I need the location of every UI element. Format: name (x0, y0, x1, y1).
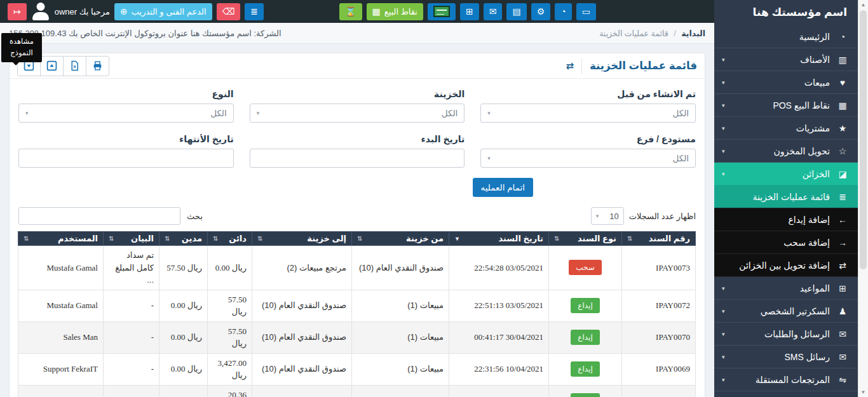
list-button[interactable]: ≣ (245, 3, 264, 20)
search-input[interactable] (18, 207, 180, 225)
column-header[interactable]: المستخدم⇅ (18, 232, 104, 246)
sidebar-item-add-treasury-transfer[interactable]: ⇄إضافة تحويل بين الخزائن (714, 254, 858, 277)
table-row: IPAY0070إيداع00:41:17 30/04/2021مبيعات (… (18, 321, 696, 353)
filter-select-type[interactable]: الكل▾ (18, 104, 234, 123)
cell-id: IPAY0070 (622, 321, 696, 353)
envelope-icon: ✉ (836, 352, 850, 362)
column-header[interactable]: البيان⇅ (104, 232, 159, 246)
sidebar-item-sms-messages[interactable]: ✉رسائل SMS▾ (714, 346, 858, 368)
export-excel-button[interactable]: x (63, 56, 86, 76)
flag-button[interactable] (428, 3, 456, 20)
logout-button[interactable]: ↦ (8, 3, 27, 20)
column-header[interactable]: رقم السند⇅ (622, 232, 696, 246)
filter-select-warehouse-branch[interactable]: الكل▾ (480, 149, 696, 168)
sidebar-item-label: تحويل المخزون (773, 146, 830, 156)
caret-down-icon: ▾ (25, 110, 29, 116)
filter-input-end-date[interactable] (18, 149, 234, 168)
sidebar-item-add-deposit[interactable]: ←إضافة إيداع (714, 208, 858, 231)
gauge-icon: ◔ (560, 7, 566, 16)
sidebar-item-treasuries[interactable]: ◪الخزائن▾ (714, 163, 858, 185)
scroll-down-icon[interactable]: ▼ (858, 387, 868, 397)
sidebar-item-personal-secretary[interactable]: ♟السكرتير الشخصي▾ (714, 300, 858, 323)
cell-credit: 0.00 ريال (208, 246, 252, 290)
sidebar-item-home[interactable]: ◔الرئيسية (714, 25, 858, 48)
cell-to: مرتجع مبيعات (2) (252, 246, 352, 290)
column-header[interactable]: دائن⇅ (208, 232, 252, 246)
chevron-down-icon: ▾ (722, 285, 725, 292)
cell-user: Mustafa Gamal (18, 246, 104, 290)
scrollbar-thumb[interactable] (860, 10, 867, 269)
share-button[interactable]: ⚙ (531, 3, 551, 20)
complete-operation-button[interactable]: اتمام العمليه (473, 178, 534, 197)
column-header[interactable]: نوع السند⇅ (549, 232, 622, 246)
breadcrumb-current: قائمة عمليات الخزينة (599, 29, 668, 38)
show-records-label: اظهار عدد السجلات (629, 212, 696, 221)
sidebar-item-appointments[interactable]: ⊞المواعيد▾ (714, 277, 858, 300)
sidebar-menu: ◔الرئيسية▥الأصناف▾♥مبيعات▾▦نقاط البيع PO… (714, 25, 858, 391)
filter-warehouse-branch: مستودع / فرعالكل▾ (480, 134, 696, 168)
sidebar-item-pos[interactable]: ▦نقاط البيع POS▾ (714, 94, 858, 117)
column-label: من خزينة (406, 234, 444, 243)
column-header[interactable]: إلى خزينة⇅ (252, 232, 352, 246)
sidebar-item-independent-returns[interactable]: ⇋المرتجعات المستقلة▾ (714, 368, 858, 391)
pos-button[interactable]: ▦نقاط البيع (367, 3, 423, 20)
sidebar-item-stock-transfer[interactable]: ☆تحويل المخزون▾ (714, 140, 858, 163)
sort-icon: ⇅ (165, 235, 170, 242)
page-title: قائمة عمليات الخزينة (590, 60, 697, 72)
cell-to: صندوق النقدي العام (10) (252, 353, 352, 385)
dashboard-button[interactable]: ◔ (555, 3, 571, 20)
cell-type: إيداع (549, 290, 622, 321)
column-label: مدين (182, 234, 202, 243)
filter-select-created-by[interactable]: الكل▾ (480, 104, 696, 123)
select-value: الكل (210, 108, 227, 118)
exchange-icon: ⇄ (566, 60, 574, 72)
breadcrumb-home[interactable]: البداية (681, 29, 705, 38)
cell-to: صندوق النقدي العام (10) (252, 321, 352, 353)
divider (581, 58, 582, 74)
chevron-down-icon: ▾ (722, 102, 725, 109)
eraser-button[interactable]: ⌫ (217, 3, 241, 20)
treasury-operations-table: رقم السند⇅نوع السند⇅تاريخ السند▼من خزينة… (18, 231, 696, 397)
greeting-text: مرحبا بك owner (55, 7, 110, 17)
cell-user: Support FekraIT (18, 385, 104, 397)
filter-select-treasury[interactable]: الكل▾ (250, 104, 465, 123)
arrow-left-icon: ← (836, 215, 850, 225)
sidebar-item-categories[interactable]: ▥الأصناف▾ (714, 48, 858, 71)
sidebar-item-label: رسائل SMS (785, 352, 831, 362)
sort-icon: ⇅ (24, 235, 29, 242)
cell-note: - (104, 321, 159, 353)
hide-template-button[interactable] (40, 56, 64, 76)
filter-treasury: الخزينةالكل▾ (250, 89, 465, 123)
filter-label: تاريخ الأنتهاء (18, 134, 234, 144)
sidebar-item-label: نقاط البيع POS (773, 100, 830, 111)
cell-date: 22:31:56 10/04/2021 (449, 353, 549, 385)
page-scrollbar[interactable]: ▲ ▼ (858, 0, 868, 397)
desktop-button[interactable]: ▭ (576, 3, 596, 20)
column-label: المستخدم (58, 234, 98, 243)
sidebar-item-treasury-operations-list[interactable]: ≣قائمة عمليات الخزينة (714, 185, 858, 208)
page-size-select[interactable]: 10 ▾ (591, 207, 624, 225)
calendar-button[interactable]: ⊞ (460, 3, 479, 20)
calculator-button[interactable]: ▤ (506, 3, 526, 20)
sidebar-item-messages-requests[interactable]: ✉الرسائل والطلبات▾ (714, 323, 858, 346)
hourglass-button[interactable]: ⌛ (339, 3, 362, 20)
column-header[interactable]: مدين⇅ (159, 232, 208, 246)
sidebar-item-add-withdraw[interactable]: →إضافة سحب (714, 231, 858, 254)
filter-input-start-date[interactable] (250, 149, 465, 168)
support-button[interactable]: ⊕الدعم الفنى و التدريب (114, 3, 212, 20)
excel-file-icon: x (69, 60, 80, 71)
page-size-value: 10 (609, 212, 618, 221)
show-records-control: اظهار عدد السجلات 10 ▾ (591, 207, 696, 225)
user-icon: ♟ (836, 306, 850, 316)
mail-button[interactable]: ✉ (484, 3, 503, 20)
calendar-icon: ⊞ (836, 283, 850, 293)
column-header[interactable]: تاريخ السند▼ (449, 232, 549, 246)
cell-date: 16:24:22 13/03/2021 (449, 385, 549, 397)
print-button[interactable] (86, 56, 109, 76)
sidebar-item-label: إضافة تحويل بين الخزائن (739, 260, 830, 271)
sidebar-item-sales[interactable]: ♥مبيعات▾ (714, 71, 858, 94)
sidebar-item-purchases[interactable]: ★مشتريات▾ (714, 117, 858, 140)
chevron-down-icon: ▾ (722, 308, 725, 314)
column-header[interactable]: من خزينة⇅ (352, 232, 449, 246)
scroll-up-icon[interactable]: ▲ (858, 0, 868, 10)
